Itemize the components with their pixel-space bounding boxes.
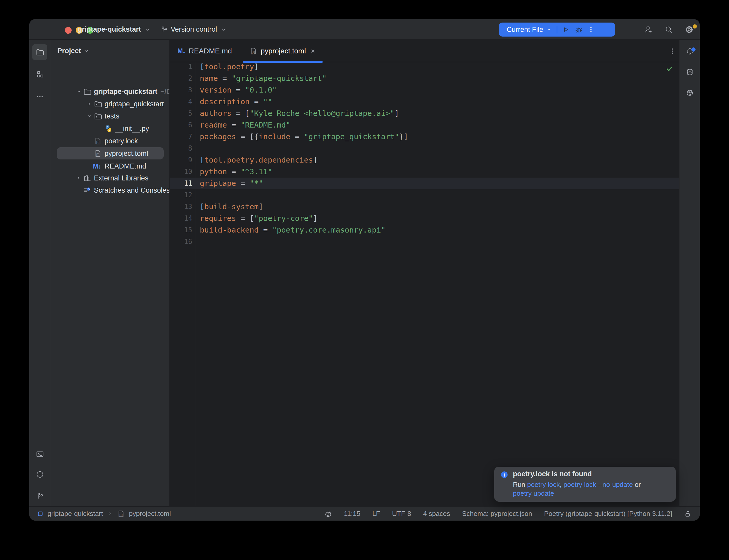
tree-item-label: tests bbox=[105, 110, 119, 122]
inspections-widget[interactable] bbox=[665, 65, 673, 74]
python-icon bbox=[105, 122, 112, 135]
line-number: 16 bbox=[170, 236, 192, 248]
file-encoding[interactable]: UTF-8 bbox=[392, 510, 411, 518]
code-line-8[interactable]: 8 bbox=[170, 143, 679, 154]
tree-item-poetry-lock[interactable]: [T]poetry.lock bbox=[50, 135, 170, 147]
code-line-1[interactable]: 1[tool.poetry] bbox=[170, 61, 679, 73]
chevron-down-icon[interactable] bbox=[86, 110, 93, 122]
project-widget[interactable]: griptape-quickstart bbox=[78, 19, 151, 40]
code-line-15[interactable]: 15build-backend = "poetry.core.masonry.a… bbox=[170, 224, 679, 236]
line-number: 3 bbox=[170, 84, 192, 96]
structure-tool-button[interactable] bbox=[29, 66, 50, 82]
version-control-widget[interactable]: Version control bbox=[160, 19, 227, 40]
code-line-2[interactable]: 2name = "griptape-quickstart" bbox=[170, 73, 679, 84]
database-tool-button[interactable] bbox=[679, 64, 700, 80]
search-everywhere-button[interactable] bbox=[661, 19, 677, 40]
indent-style[interactable]: 4 spaces bbox=[423, 510, 450, 518]
poetry-lock-link[interactable]: poetry lock bbox=[527, 481, 560, 488]
version-control-tool-button[interactable] bbox=[29, 488, 50, 504]
tab-readme[interactable]: M↓ README.md bbox=[173, 40, 236, 62]
code-line-3[interactable]: 3version = "0.1.0" bbox=[170, 84, 679, 96]
python-interpreter[interactable]: Poetry (griptape-quickstart) [Python 3.1… bbox=[544, 510, 672, 518]
code-text: [build-system] bbox=[200, 201, 263, 213]
code-line-5[interactable]: 5authors = ["Kyle Roche <hello@griptape.… bbox=[170, 108, 679, 119]
line-number: 2 bbox=[170, 73, 192, 84]
more-run-options-icon[interactable] bbox=[587, 26, 595, 33]
copilot-icon[interactable] bbox=[324, 510, 332, 518]
breadcrumb[interactable]: griptape-quickstart [T] pyproject.toml bbox=[37, 507, 171, 521]
ai-assistant-button[interactable] bbox=[679, 84, 700, 101]
tab-pyproject[interactable]: [T] pyproject.toml bbox=[243, 40, 323, 62]
code-line-4[interactable]: 4description = "" bbox=[170, 96, 679, 108]
svg-text:[T]: [T] bbox=[252, 51, 255, 54]
tree-item-tests[interactable]: tests bbox=[50, 110, 170, 122]
line-number: 15 bbox=[170, 224, 192, 236]
close-icon[interactable] bbox=[309, 48, 316, 54]
version-control-label: Version control bbox=[171, 25, 217, 33]
tree-item--init-py[interactable]: __init__.py bbox=[50, 122, 170, 135]
code-text: python = "^3.11" bbox=[200, 166, 272, 178]
debug-icon[interactable] bbox=[575, 26, 583, 33]
code-line-9[interactable]: 9[tool.poetry.dependencies] bbox=[170, 154, 679, 166]
settings-button[interactable] bbox=[682, 19, 697, 40]
notifications-button[interactable] bbox=[679, 43, 700, 59]
poetry-update-link[interactable]: poetry update bbox=[513, 489, 554, 497]
code-line-13[interactable]: 13[build-system] bbox=[170, 201, 679, 213]
chevron-right-icon[interactable] bbox=[86, 98, 92, 110]
project-header-label: Project bbox=[57, 47, 81, 55]
project-panel: Project griptape-quickstart~/Documegript… bbox=[50, 40, 170, 506]
json-schema[interactable]: Schema: pyproject.json bbox=[462, 510, 532, 518]
poetry-lock-no-update-link[interactable]: poetry lock --no-update bbox=[564, 481, 633, 488]
code-line-14[interactable]: 14requires = ["poetry-core"] bbox=[170, 213, 679, 224]
more-tool-windows-button[interactable] bbox=[29, 89, 50, 104]
tree-item-griptape-quickstart[interactable]: griptape-quickstart~/Docume bbox=[50, 85, 170, 98]
markdown-icon: M↓ bbox=[93, 160, 100, 172]
tree-item-external-libraries[interactable]: External Libraries bbox=[50, 172, 170, 184]
line-separator[interactable]: LF bbox=[372, 510, 380, 518]
code-lines[interactable]: 1[tool.poetry]2name = "griptape-quicksta… bbox=[170, 61, 679, 248]
notification-popup: poetry.lock is not found Run poetry lock… bbox=[494, 467, 676, 502]
status-bar: griptape-quickstart [T] pyproject.toml 1… bbox=[29, 506, 700, 521]
code-line-10[interactable]: 10python = "^3.11" bbox=[170, 166, 679, 178]
divider bbox=[557, 26, 557, 33]
tree-item-scratches-and-consoles[interactable]: Scratches and Consoles bbox=[50, 184, 170, 197]
tree-item-griptape-quickstart[interactable]: griptape_quickstart bbox=[50, 98, 170, 110]
run-icon[interactable] bbox=[561, 25, 570, 34]
project-panel-header[interactable]: Project bbox=[57, 47, 89, 55]
code-text: packages = [{include = "griptape_quickst… bbox=[200, 131, 408, 143]
checkmark-icon bbox=[665, 65, 673, 73]
editor-tab-bar: M↓ README.md [T] pyproject.toml bbox=[170, 40, 679, 62]
code-line-11[interactable]: 11griptape = "*" bbox=[170, 178, 679, 189]
run-configuration-pill[interactable]: Current File bbox=[499, 23, 615, 37]
status-widgets: 11:15 LF UTF-8 4 spaces Schema: pyprojec… bbox=[324, 507, 692, 521]
chevron-down-icon[interactable] bbox=[76, 85, 82, 98]
editor-area[interactable]: M↓ README.md [T] pyproject.toml 1[tool.p… bbox=[170, 40, 679, 506]
toml-file-icon: [T] bbox=[249, 47, 257, 55]
line-number: 13 bbox=[170, 201, 192, 213]
add-user-button[interactable] bbox=[641, 19, 656, 40]
code-line-12[interactable]: 12 bbox=[170, 189, 679, 201]
toml-icon: [T] bbox=[94, 147, 102, 160]
tree-item-readme-md[interactable]: M↓README.md bbox=[50, 160, 170, 172]
line-number: 6 bbox=[170, 119, 192, 131]
lock-open-icon[interactable] bbox=[684, 510, 692, 518]
tree-item-pyproject-toml[interactable]: [T]pyproject.toml bbox=[50, 147, 170, 160]
problems-tool-button[interactable] bbox=[29, 467, 50, 482]
line-number: 8 bbox=[170, 143, 192, 154]
terminal-tool-button[interactable] bbox=[29, 446, 50, 462]
project-tool-button[interactable] bbox=[32, 44, 47, 60]
caret-position[interactable]: 11:15 bbox=[344, 510, 360, 518]
notification-body: Run poetry lock, poetry lock --no-update… bbox=[513, 481, 641, 489]
tab-options-button[interactable] bbox=[665, 40, 679, 62]
breadcrumb-file[interactable]: pyproject.toml bbox=[129, 510, 171, 518]
code-line-6[interactable]: 6readme = "README.md" bbox=[170, 119, 679, 131]
line-number: 14 bbox=[170, 213, 192, 224]
project-module-icon bbox=[37, 511, 43, 517]
code-line-7[interactable]: 7packages = [{include = "griptape_quicks… bbox=[170, 131, 679, 143]
breadcrumb-project[interactable]: griptape-quickstart bbox=[47, 510, 103, 518]
code-line-16[interactable]: 16 bbox=[170, 236, 679, 248]
close-window-button[interactable] bbox=[65, 27, 72, 34]
branch-icon bbox=[36, 492, 44, 500]
chevron-right-icon[interactable] bbox=[76, 172, 81, 184]
kebab-icon bbox=[669, 47, 676, 55]
